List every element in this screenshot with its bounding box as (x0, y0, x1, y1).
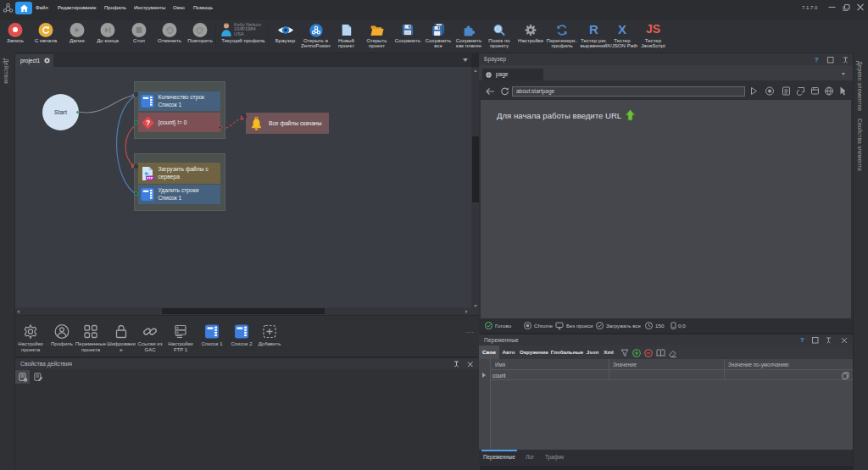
svg-text:?: ? (146, 119, 150, 127)
svg-text:FTP: FTP (147, 175, 153, 180)
